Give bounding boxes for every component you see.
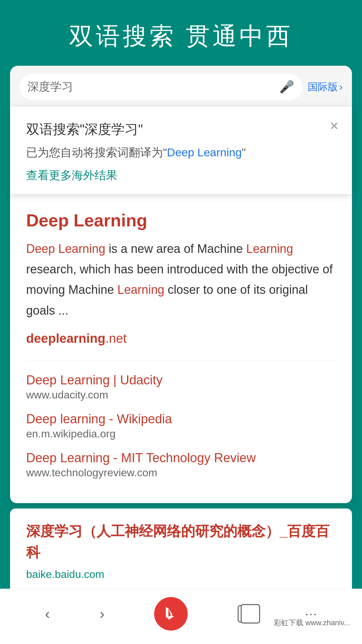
header: 双语搜索 贯通中西 (0, 0, 362, 66)
mic-icon[interactable]: 🎤 (279, 80, 294, 94)
popup-title: 双语搜索"深度学习" (26, 120, 336, 139)
result-item-title-udacity[interactable]: Deep Learning | Udacity (26, 373, 336, 387)
search-input-wrapper[interactable]: 深度学习 🎤 (19, 74, 302, 100)
nav-forward-button[interactable]: › (100, 605, 105, 622)
search-bar-row: 深度学习 🎤 国际版 › (10, 66, 352, 107)
cn-result-url: baike.baidu.com (26, 568, 336, 581)
results-card: Deep Learning Deep Learning is a new are… (10, 194, 352, 503)
search-input[interactable]: 深度学习 (27, 79, 275, 95)
desc-learning-1[interactable]: Learning (246, 242, 293, 256)
result-item-url-mit: www.technologyreview.com (26, 467, 336, 479)
result-item-title-wikipedia[interactable]: Deep learning - Wikipedia (26, 412, 336, 426)
more-overseas-results-link[interactable]: 查看更多海外结果 (26, 169, 117, 181)
nav-back-button[interactable]: ‹ (45, 605, 50, 622)
desc-deep-learning-1[interactable]: Deep Learning (26, 242, 105, 256)
bilingual-popup: × 双语搜索"深度学习" 已为您自动将搜索词翻译为"Deep Learning"… (10, 107, 352, 194)
result-item-title-deeplearning[interactable]: deeplearning.net (26, 331, 336, 346)
desc-text-1: is a new area of Machine (109, 242, 246, 256)
result-item-udacity: Deep Learning | Udacity www.udacity.com (26, 373, 336, 401)
result-item-url-wikipedia: en.m.wikipedia.org (26, 428, 336, 440)
result-item-mit: Deep Learning - MIT Technology Review ww… (26, 451, 336, 479)
version-button[interactable]: 国际版 › (308, 80, 343, 94)
result-item-deeplearning: deeplearning.net (26, 331, 336, 347)
result-description: Deep Learning is a new area of Machine L… (26, 238, 336, 321)
page-title: 双语搜索 贯通中西 (13, 20, 349, 52)
result-list: deeplearning.net Deep Learning | Udacity… (26, 331, 336, 487)
popup-subtitle: 已为您自动将搜索词翻译为"Deep Learning" (26, 144, 336, 161)
result-main-title[interactable]: Deep Learning (26, 210, 336, 230)
watermark: 彩虹下载 www.zhaniv... (268, 615, 355, 631)
result-item-wikipedia: Deep learning - Wikipedia en.m.wikipedia… (26, 412, 336, 440)
tab-icon (238, 605, 255, 623)
cn-result-title[interactable]: 深度学习（人工神经网络的研究的概念）_百度百科 (26, 521, 336, 563)
result-item-title-mit[interactable]: Deep Learning - MIT Technology Review (26, 451, 336, 465)
nav-tabs-button[interactable] (238, 605, 255, 623)
close-icon[interactable]: × (330, 117, 339, 134)
result-item-url-udacity: www.udacity.com (26, 389, 336, 401)
desc-learning-2[interactable]: Learning (117, 283, 164, 297)
bing-button[interactable] (154, 597, 188, 631)
bing-icon (162, 605, 180, 623)
browser-chrome: 深度学习 🎤 国际版 › (10, 66, 352, 107)
